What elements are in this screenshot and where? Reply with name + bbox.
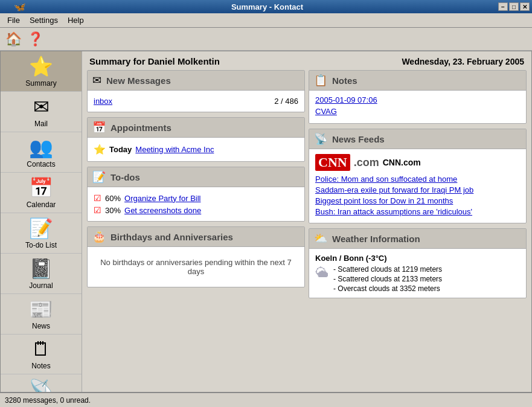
news-feeds-icon: 📡 bbox=[314, 132, 327, 146]
window-title: Summary - Kontact bbox=[36, 2, 498, 11]
todos-body: ☑ 60% Organize Party for Bill ☑ 30% Get … bbox=[88, 187, 304, 221]
sidebar-label-calendar: Calendar bbox=[27, 200, 56, 209]
calendar-icon: 📅 bbox=[29, 176, 53, 199]
notes-body: 2005-01-09 07:06 CVAG bbox=[309, 91, 526, 123]
news-story-2[interactable]: Saddam-era exile put forward for Iraqi P… bbox=[315, 185, 520, 194]
news-story-1[interactable]: Police: Mom and son suffocated at home bbox=[315, 175, 520, 184]
appointment-link[interactable]: Meeting with Acme Inc bbox=[135, 145, 214, 154]
sidebar-item-journal[interactable]: 📓 Journal bbox=[1, 254, 82, 294]
birthdays-title: Birthdays and Anniversaries bbox=[111, 232, 233, 242]
maximize-button[interactable]: □ bbox=[509, 2, 519, 11]
todos-icon: 📝 bbox=[92, 170, 106, 184]
news-feeds-body: CNN .com CNN.com Police: Mom and son suf… bbox=[309, 149, 526, 223]
notes-panel-title: Notes bbox=[332, 75, 357, 86]
sidebar-label-contacts: Contacts bbox=[27, 160, 55, 168]
menu-settings[interactable]: Settings bbox=[25, 14, 63, 26]
journal-icon: 📓 bbox=[29, 257, 53, 280]
sidebar-label-summary: Summary bbox=[25, 79, 56, 88]
sidebar-item-calendar[interactable]: 📅 Calendar bbox=[1, 173, 82, 213]
news-feeds-header: 📡 News Feeds bbox=[309, 129, 526, 149]
todos-header: 📝 To-dos bbox=[88, 167, 304, 187]
summary-icon: ⭐ bbox=[29, 55, 53, 78]
new-messages-title: New Messages bbox=[106, 75, 171, 86]
left-column: ✉ New Messages inbox 2 / 486 📅 Appoin bbox=[87, 70, 305, 303]
help-button[interactable]: ❓ bbox=[25, 30, 45, 48]
minimize-button[interactable]: − bbox=[498, 2, 508, 11]
todo-link-1[interactable]: Organize Party for Bill bbox=[124, 194, 200, 203]
toolbar: 🏠 ❓ bbox=[0, 28, 532, 51]
mail-row: inbox 2 / 486 bbox=[94, 95, 298, 107]
weather-condition-3: - Overcast clouds at 3352 meters bbox=[333, 284, 442, 293]
todos-title: To-dos bbox=[111, 172, 140, 182]
status-text: 3280 messages, 0 unread. bbox=[5, 396, 91, 405]
weather-icon: ⛅ bbox=[314, 232, 327, 245]
menu-file[interactable]: File bbox=[2, 14, 25, 26]
todo-row-2: ☑ 30% Get screenshots done bbox=[94, 204, 298, 216]
weather-panel: ⛅ Weather Information Koeln / Bonn (-3°C… bbox=[309, 228, 527, 298]
todo-check-icon-2: ☑ bbox=[94, 205, 101, 215]
sidebar-item-mail[interactable]: ✉ Mail bbox=[1, 92, 82, 132]
appointments-title: Appointments bbox=[111, 123, 171, 133]
sidebar-item-contacts[interactable]: 👥 Contacts bbox=[1, 132, 82, 173]
todo-link-2[interactable]: Get screenshots done bbox=[124, 206, 201, 215]
note-link-2[interactable]: CVAG bbox=[315, 107, 520, 116]
weather-title: Weather Information bbox=[332, 234, 420, 244]
news-feeds-title: News Feeds bbox=[332, 134, 385, 144]
new-messages-header: ✉ New Messages bbox=[88, 71, 304, 91]
menu-help[interactable]: Help bbox=[63, 14, 89, 26]
todos-panel: 📝 To-dos ☑ 60% Organize Party for Bill ☑… bbox=[87, 167, 305, 222]
appointments-panel: 📅 Appointments ⭐ Today Meeting with Acme… bbox=[87, 117, 305, 162]
two-column-layout: ✉ New Messages inbox 2 / 486 📅 Appoin bbox=[82, 70, 531, 308]
weather-location: Koeln / Bonn (-3°C) bbox=[315, 254, 520, 263]
weather-header: ⛅ Weather Information bbox=[309, 229, 526, 249]
new-messages-body: inbox 2 / 486 bbox=[88, 91, 304, 112]
weather-conditions: - Scattered clouds at 1219 meters - Scat… bbox=[333, 265, 442, 293]
todo-percent-2: 30% bbox=[105, 206, 121, 215]
weather-condition-2: - Scattered clouds at 2133 meters bbox=[333, 275, 442, 283]
mail-icon: ✉ bbox=[33, 95, 50, 118]
appointment-today-label: Today bbox=[109, 145, 132, 154]
sidebar-label-journal: Journal bbox=[29, 281, 53, 290]
cnn-logo: CNN .com CNN.com bbox=[315, 154, 520, 171]
contacts-icon: 👥 bbox=[29, 136, 53, 159]
appointment-star-icon: ⭐ bbox=[94, 144, 106, 155]
news-story-3[interactable]: Biggest point loss for Dow in 21 months bbox=[315, 196, 520, 205]
appointment-row: ⭐ Today Meeting with Acme Inc bbox=[94, 143, 298, 156]
news-story-4[interactable]: Bush: Iran attack assumptions are 'ridic… bbox=[315, 207, 520, 216]
birthdays-panel: 🎂 Birthdays and Anniversaries No birthda… bbox=[87, 226, 305, 287]
feeds-icon: 📡 bbox=[29, 378, 53, 392]
right-column: 📋 Notes 2005-01-09 07:06 CVAG 📡 News Fee… bbox=[309, 70, 527, 303]
sidebar-item-feeds[interactable]: 📡 Feeds bbox=[1, 374, 82, 392]
current-date: Wednesday, 23. February 2005 bbox=[402, 57, 524, 66]
sidebar-label-todolist: To-do List bbox=[25, 241, 57, 249]
new-messages-panel: ✉ New Messages inbox 2 / 486 bbox=[87, 70, 305, 112]
todo-check-icon-1: ☑ bbox=[94, 193, 101, 203]
status-bar: 3280 messages, 0 unread. bbox=[0, 393, 532, 407]
sidebar-label-notes: Notes bbox=[31, 362, 50, 370]
birthday-message: No birthdays or anniversaries pending wi… bbox=[94, 252, 298, 282]
inbox-link[interactable]: inbox bbox=[94, 97, 112, 106]
todo-row-1: ☑ 60% Organize Party for Bill bbox=[94, 192, 298, 204]
sidebar-item-news[interactable]: 📰 News bbox=[1, 294, 82, 335]
close-button[interactable]: ✕ bbox=[520, 2, 530, 11]
note-link-1[interactable]: 2005-01-09 07:06 bbox=[315, 95, 520, 104]
cloud-icon: 🌥 bbox=[315, 265, 328, 281]
summary-title: Summary for Daniel Molkentin bbox=[89, 56, 220, 66]
title-bar: 🦋 Summary - Kontact − □ ✕ bbox=[0, 0, 532, 13]
appointments-body: ⭐ Today Meeting with Acme Inc bbox=[88, 138, 304, 161]
sidebar-item-todolist[interactable]: 📝 To-do List bbox=[1, 213, 82, 254]
sidebar-label-news: News bbox=[32, 322, 50, 330]
sidebar-item-notes[interactable]: 🗒 Notes bbox=[1, 335, 82, 374]
mail-count: 2 / 486 bbox=[274, 97, 298, 106]
sidebar-item-summary[interactable]: ⭐ Summary bbox=[1, 51, 82, 92]
content-header: Summary for Daniel Molkentin Wednesday, … bbox=[82, 51, 531, 70]
appointments-icon: 📅 bbox=[92, 121, 106, 134]
sidebar: ⭐ Summary ✉ Mail 👥 Contacts 📅 Calendar 📝… bbox=[1, 51, 82, 392]
main-container: ⭐ Summary ✉ Mail 👥 Contacts 📅 Calendar 📝… bbox=[0, 51, 532, 393]
home-button[interactable]: 🏠 bbox=[4, 30, 23, 48]
birthdays-header: 🎂 Birthdays and Anniversaries bbox=[88, 227, 304, 247]
notes-panel: 📋 Notes 2005-01-09 07:06 CVAG bbox=[309, 70, 527, 124]
news-icon: 📰 bbox=[29, 298, 53, 321]
cnn-dotcom-text: .com bbox=[354, 156, 379, 169]
cnn-label: CNN.com bbox=[383, 158, 421, 167]
